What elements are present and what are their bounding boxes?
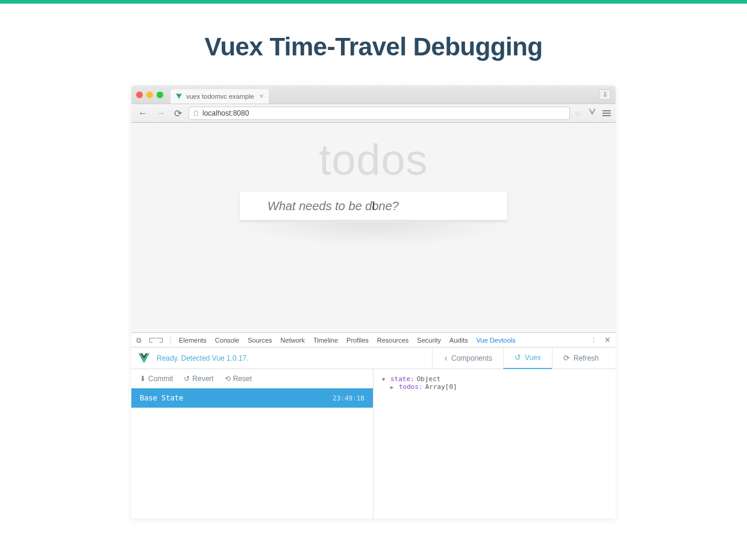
revert-button[interactable]: ↺ Revert xyxy=(184,375,213,383)
tab-resources[interactable]: Resources xyxy=(377,337,410,344)
vuex-toolbar: ⬇ Commit ↺ Revert ⟲ Reset xyxy=(131,369,373,388)
back-button[interactable]: ← xyxy=(136,108,149,119)
input-shadow xyxy=(240,223,507,247)
vue-devtools-header: Ready. Detected Vue 1.0.17. ⫞ Components… xyxy=(131,347,616,369)
mutations-pane: ⬇ Commit ↺ Revert ⟲ Reset Base State 23:… xyxy=(131,369,374,518)
devtools-panel: ⧉ ⫍⫎ Elements Console Sources Network Ti… xyxy=(131,332,616,518)
url-input[interactable]: 🗋 localhost:8080 xyxy=(189,107,570,120)
state-key-todos: todos: xyxy=(399,383,423,391)
maximize-window-icon[interactable] xyxy=(157,92,163,98)
tab-sources[interactable]: Sources xyxy=(247,337,272,344)
vue-status-text: Ready. Detected Vue 1.0.17. xyxy=(157,354,249,362)
bookmark-icon[interactable]: ☆ xyxy=(575,109,582,118)
devtools-tab-row: ⧉ ⫍⫎ Elements Console Sources Network Ti… xyxy=(131,333,616,347)
tab-network[interactable]: Network xyxy=(280,337,305,344)
vuex-label: Vuex xyxy=(525,353,541,362)
app-heading: todos xyxy=(319,135,428,184)
collapse-arrow-icon[interactable]: ▼ xyxy=(382,376,388,382)
state-inspector: ▼ state: Object ▶ todos: Array[0] xyxy=(374,369,616,518)
browser-tab-bar: vuex todomvc example × ⇩ xyxy=(131,86,616,104)
vuex-panel: ⬇ Commit ↺ Revert ⟲ Reset Base State 23:… xyxy=(131,369,616,518)
tab-profiles[interactable]: Profiles xyxy=(346,337,369,344)
components-tab[interactable]: ⫞ Components xyxy=(432,347,503,369)
state-val-todos: Array[0] xyxy=(425,383,457,391)
reload-button[interactable]: ⟳ xyxy=(172,108,184,119)
device-toggle-icon[interactable]: ⫍⫎ xyxy=(149,336,163,344)
url-text: localhost:8080 xyxy=(202,109,249,117)
refresh-label: Refresh xyxy=(574,354,599,362)
refresh-icon: ⟳ xyxy=(563,353,570,362)
browser-tab[interactable]: vuex todomvc example × xyxy=(170,89,269,104)
menu-icon[interactable] xyxy=(602,110,611,116)
tab-vue-devtools[interactable]: Vue Devtools xyxy=(476,337,516,344)
window-controls xyxy=(136,92,163,98)
expand-arrow-icon[interactable]: ▶ xyxy=(390,384,396,390)
history-icon: ↺ xyxy=(514,353,521,362)
todo-input-wrap: I xyxy=(240,191,507,220)
state-val: Object xyxy=(417,375,441,383)
tab-security[interactable]: Security xyxy=(416,337,442,344)
accent-bar xyxy=(0,0,747,4)
refresh-button[interactable]: ⟳ Refresh xyxy=(552,347,610,369)
close-devtools-icon[interactable]: ✕ xyxy=(604,335,611,344)
user-profile-icon[interactable]: ⇩ xyxy=(599,89,611,100)
page-viewport: todos I xyxy=(131,123,616,332)
close-window-icon[interactable] xyxy=(136,92,143,98)
base-state-row[interactable]: Base State 23:49:18 xyxy=(131,388,373,408)
commit-button[interactable]: ⬇ Commit xyxy=(140,375,173,383)
reset-label: Reset xyxy=(233,375,252,383)
tab-console[interactable]: Console xyxy=(214,337,240,344)
text-cursor-icon: I xyxy=(372,200,375,213)
download-icon: ⬇ xyxy=(140,375,146,383)
state-line-root[interactable]: ▼ state: Object xyxy=(382,375,607,383)
commit-label: Commit xyxy=(148,375,173,383)
revert-icon: ↺ xyxy=(184,375,190,383)
tab-title: vuex todomvc example xyxy=(186,93,254,100)
vue-favicon-icon xyxy=(175,93,183,100)
base-state-label: Base State xyxy=(140,394,183,402)
forward-button[interactable]: → xyxy=(154,108,167,119)
page-title: Vuex Time-Travel Debugging xyxy=(0,33,747,61)
page-icon: 🗋 xyxy=(193,109,200,117)
revert-label: Revert xyxy=(192,375,213,383)
vue-logo-icon xyxy=(137,352,151,365)
address-bar: ← → ⟳ 🗋 localhost:8080 ☆ xyxy=(131,104,616,123)
close-tab-icon[interactable]: × xyxy=(259,92,263,101)
overflow-menu-icon[interactable]: ⋮ xyxy=(590,336,597,344)
components-label: Components xyxy=(451,354,492,362)
state-line-todos[interactable]: ▶ todos: Array[0] xyxy=(382,383,607,391)
components-icon: ⫞ xyxy=(443,353,448,362)
tab-audits[interactable]: Audits xyxy=(449,337,469,344)
tab-timeline[interactable]: Timeline xyxy=(313,337,339,344)
state-key: state: xyxy=(390,375,414,383)
vue-extension-icon[interactable] xyxy=(588,108,596,119)
reset-icon: ⟲ xyxy=(225,375,231,383)
minimize-window-icon[interactable] xyxy=(146,92,153,98)
tab-elements[interactable]: Elements xyxy=(178,337,207,344)
reset-button[interactable]: ⟲ Reset xyxy=(225,375,252,383)
vuex-tab[interactable]: ↺ Vuex xyxy=(503,347,552,369)
browser-window: vuex todomvc example × ⇩ ← → ⟳ 🗋 localho… xyxy=(131,86,616,518)
base-state-time: 23:49:18 xyxy=(333,394,364,402)
separator xyxy=(170,336,171,344)
inspect-icon[interactable]: ⧉ xyxy=(136,336,142,344)
